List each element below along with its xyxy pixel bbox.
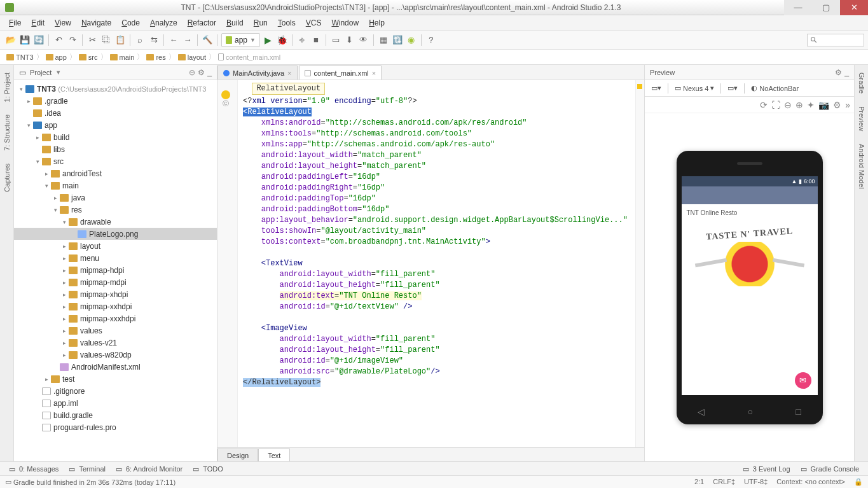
- run-config-selector[interactable]: app ▼: [221, 33, 260, 47]
- menu-edit[interactable]: Edit: [26, 18, 50, 27]
- zoom-actual-icon[interactable]: ✦: [807, 100, 815, 110]
- project-view-icon[interactable]: ▭: [19, 68, 26, 77]
- tree-node--gitignore[interactable]: .gitignore: [14, 385, 217, 397]
- tree-node-androidTest[interactable]: ▸androidTest: [14, 167, 217, 179]
- crumb-app[interactable]: app: [43, 53, 69, 61]
- zoom-in-icon[interactable]: ⊕: [796, 100, 803, 110]
- menu-file[interactable]: File: [4, 18, 26, 27]
- tree-node-test[interactable]: ▸test: [14, 373, 217, 385]
- sync-gradle-icon[interactable]: 🔃: [390, 33, 404, 47]
- menu-analyze[interactable]: Analyze: [145, 18, 183, 27]
- avd-icon[interactable]: ▭: [329, 33, 343, 47]
- sdk-icon[interactable]: ⬇: [343, 33, 357, 47]
- status-position[interactable]: 2:1: [694, 478, 704, 486]
- find-icon[interactable]: ⌕: [133, 33, 147, 47]
- tree-node-java[interactable]: ▸java: [14, 192, 217, 204]
- tree-node-values[interactable]: ▸values: [14, 324, 217, 337]
- status-encoding[interactable]: UTF-8‡: [744, 478, 768, 486]
- editor-mode-design[interactable]: Design: [217, 449, 258, 461]
- paste-icon[interactable]: 📋: [113, 33, 127, 47]
- copy-icon[interactable]: ⿻: [99, 33, 113, 47]
- tree-node-layout[interactable]: ▸layout: [14, 240, 217, 252]
- sync-icon[interactable]: 🔄: [32, 33, 46, 47]
- bottom-todo[interactable]: ▭TODO: [188, 465, 228, 473]
- tree-node-build-gradle[interactable]: build.gradle: [14, 409, 217, 421]
- tree-node-res[interactable]: ▾res: [14, 204, 217, 216]
- minimize-button[interactable]: —: [784, 0, 812, 15]
- api-selector[interactable]: ▭▾: [725, 84, 740, 92]
- overflow-icon[interactable]: »: [845, 100, 850, 110]
- crumb-content_main-xml[interactable]: content_main.xml: [216, 53, 283, 61]
- menu-help[interactable]: Help: [364, 18, 390, 27]
- stop-icon[interactable]: ■: [309, 33, 323, 47]
- bottom-3-event-log[interactable]: ▭3 Event Log: [738, 465, 796, 473]
- tree-node--gradle[interactable]: ▸.gradle: [14, 95, 217, 107]
- attach-icon[interactable]: ⎆: [295, 33, 309, 47]
- tree-node-src[interactable]: ▾src: [14, 155, 217, 167]
- tree-node-main[interactable]: ▾main: [14, 179, 217, 192]
- cut-icon[interactable]: ✂: [85, 33, 99, 47]
- open-icon[interactable]: 📂: [4, 33, 18, 47]
- menu-code[interactable]: Code: [116, 18, 145, 27]
- crumb-layout[interactable]: layout: [176, 53, 209, 61]
- error-stripe[interactable]: [635, 80, 644, 447]
- tab-MainActivity-java[interactable]: MainActivity.java×: [217, 66, 298, 80]
- bottom-terminal[interactable]: ▭Terminal: [64, 465, 111, 473]
- tree-node--idea[interactable]: .idea: [14, 107, 217, 119]
- tree-node-proguard-rules-pro[interactable]: proguard-rules.pro: [14, 421, 217, 433]
- tool-android-model[interactable]: Android Model: [858, 141, 865, 192]
- editor-mode-text[interactable]: Text: [258, 449, 290, 461]
- tree-node-PlateLogo-png[interactable]: PlateLogo.png: [14, 228, 217, 240]
- debug-button[interactable]: 🐞: [275, 33, 289, 47]
- undo-icon[interactable]: ↶: [52, 33, 65, 47]
- menu-refactor[interactable]: Refactor: [183, 18, 221, 27]
- crumb-main[interactable]: main: [107, 53, 137, 61]
- menu-navigate[interactable]: Navigate: [76, 18, 116, 27]
- tool-captures[interactable]: Captures: [3, 161, 11, 195]
- collapse-icon[interactable]: ⊖: [189, 68, 195, 77]
- tool-gradle[interactable]: Gradle: [858, 70, 865, 96]
- project-tree[interactable]: ▾ TNT3 (C:\Users\asusx20\AndroidStudioPr…: [14, 80, 217, 461]
- lightbulb-icon[interactable]: [221, 90, 230, 99]
- zoom-fit-icon[interactable]: ⛶: [771, 100, 780, 110]
- tree-root[interactable]: ▾ TNT3 (C:\Users\asusx20\AndroidStudioPr…: [14, 83, 217, 95]
- crumb-res[interactable]: res: [144, 53, 168, 61]
- menu-tools[interactable]: Tools: [273, 18, 301, 27]
- refresh-icon[interactable]: ⟳: [760, 100, 768, 110]
- tree-node-values-v21[interactable]: ▸values-v21: [14, 337, 217, 349]
- back-icon[interactable]: ←: [167, 33, 181, 47]
- status-lock-icon[interactable]: 🔒: [854, 478, 863, 486]
- monitor-icon[interactable]: 👁: [357, 33, 371, 47]
- hide-icon[interactable]: ⎯: [207, 68, 212, 77]
- menu-window[interactable]: Window: [326, 18, 364, 27]
- tree-node-mipmap-hdpi[interactable]: ▸mipmap-hdpi: [14, 264, 217, 276]
- close-button[interactable]: ✕: [840, 0, 868, 15]
- gear-icon[interactable]: ⚙: [835, 68, 842, 77]
- device-selector[interactable]: ▭ Nexus 4▾: [672, 84, 717, 92]
- crumb-TNT3[interactable]: TNT3: [4, 53, 36, 61]
- structure-icon[interactable]: ▦: [376, 33, 390, 47]
- tree-node-menu[interactable]: ▸menu: [14, 252, 217, 264]
- tree-node-app[interactable]: ▾app: [14, 119, 217, 131]
- crumb-src[interactable]: src: [76, 53, 100, 61]
- maximize-button[interactable]: ▢: [812, 0, 840, 15]
- search-box[interactable]: [807, 34, 864, 46]
- tree-node-mipmap-xxhdpi[interactable]: ▸mipmap-xxhdpi: [14, 300, 217, 312]
- hide-preview-icon[interactable]: ⎯: [844, 68, 849, 77]
- run-button[interactable]: ▶: [261, 33, 275, 47]
- editor-body[interactable]: Ⓒ RelativeLayout <?xml version="1.0" enc…: [217, 80, 644, 447]
- code-area[interactable]: RelativeLayout <?xml version="1.0" encod…: [238, 80, 635, 447]
- tree-node-mipmap-mdpi[interactable]: ▸mipmap-mdpi: [14, 276, 217, 288]
- help-icon[interactable]: ?: [424, 33, 438, 47]
- redo-icon[interactable]: ↷: [65, 33, 79, 47]
- menu-view[interactable]: View: [50, 18, 76, 27]
- screenshot-icon[interactable]: 📷: [818, 100, 829, 110]
- android-robot-icon[interactable]: ◉: [404, 33, 418, 47]
- tree-node-drawable[interactable]: ▾drawable: [14, 216, 217, 228]
- settings-preview-icon[interactable]: ⚙: [833, 100, 841, 110]
- bottom-6-android-monitor[interactable]: ▭6: Android Monitor: [111, 465, 188, 473]
- tree-node-mipmap-xxxhdpi[interactable]: ▸mipmap-xxxhdpi: [14, 312, 217, 324]
- menu-vcs[interactable]: VCS: [301, 18, 327, 27]
- tool-1-project[interactable]: 1: Project: [3, 70, 11, 104]
- theme-selector[interactable]: ◐ NoActionBar: [748, 84, 801, 92]
